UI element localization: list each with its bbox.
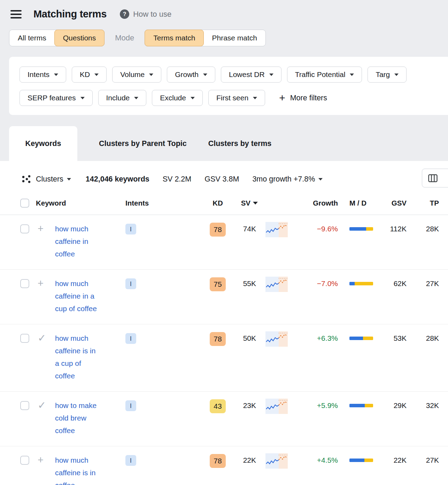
content-panel: Clusters 142,046 keywords SV 2.2M GSV 3.… <box>0 161 448 485</box>
chevron-down-icon <box>94 74 99 76</box>
tab-clusters-by-terms[interactable]: Clusters by terms <box>208 139 272 148</box>
added-check-icon[interactable]: ✓ <box>35 332 55 344</box>
col-header-kd[interactable]: KD <box>206 199 230 207</box>
tab-keywords[interactable]: Keywords <box>9 126 77 161</box>
keyword-link[interactable]: how much caffeine in a cup of coffee <box>55 277 101 315</box>
filters-panel: Intents KD Volume Growth Lowest DR Traff… <box>9 57 448 115</box>
filter-serp-features-label: SERP features <box>28 94 76 102</box>
keyword-link[interactable]: how to make cold brew coffee <box>55 399 101 437</box>
add-to-list-icon[interactable]: + <box>35 454 55 466</box>
row-checkbox[interactable] <box>20 224 29 233</box>
desktop-share-bar <box>365 404 373 407</box>
intent-badge[interactable]: I <box>125 455 136 466</box>
keyword-count: 142,046 keywords <box>86 175 149 184</box>
chevron-down-icon <box>394 74 399 76</box>
kd-badge: 75 <box>210 277 226 291</box>
growth-dropdown[interactable]: 3mo growth +7.8% <box>252 175 323 184</box>
intent-badge[interactable]: I <box>125 400 136 411</box>
filter-target[interactable]: Targ <box>368 67 407 83</box>
intent-badge[interactable]: I <box>125 224 136 234</box>
filter-serp-features[interactable]: SERP features <box>20 90 93 106</box>
row-checkbox[interactable] <box>20 334 29 343</box>
trend-sparkline <box>265 453 288 469</box>
filter-first-seen[interactable]: First seen <box>208 90 265 106</box>
gsv-total: GSV 3.8M <box>204 175 239 184</box>
chevron-down-icon <box>269 74 273 76</box>
filter-lowest-dr-label: Lowest DR <box>229 70 265 79</box>
mobile-share-bar <box>349 459 364 462</box>
page-header: Matching terms ? How to use <box>0 0 448 20</box>
intent-badge[interactable]: I <box>125 278 136 289</box>
col-header-sv[interactable]: SV <box>230 199 258 207</box>
col-header-growth[interactable]: Growth <box>293 199 340 207</box>
mobile-share-bar <box>349 404 365 407</box>
mobile-share-bar <box>349 227 366 231</box>
tab-all-terms[interactable]: All terms <box>9 30 55 46</box>
keyword-link[interactable]: how much caffeine is in coffee <box>55 454 101 485</box>
mobile-desktop-bar <box>349 282 373 285</box>
filter-exclude[interactable]: Exclude <box>152 90 203 106</box>
columns-button[interactable] <box>422 169 448 187</box>
how-to-use[interactable]: ? How to use <box>120 9 171 19</box>
col-header-md[interactable]: M / D <box>340 199 380 207</box>
chevron-down-icon <box>253 97 257 99</box>
col-header-intents[interactable]: Intents <box>125 199 206 207</box>
filter-intents[interactable]: Intents <box>20 67 66 83</box>
desktop-share-bar <box>355 282 373 285</box>
filter-kd[interactable]: KD <box>72 67 107 83</box>
more-filters-button[interactable]: + More filters <box>279 94 327 102</box>
table-header-row: Keyword Intents KD SV Growth M / D GSV T… <box>0 193 448 215</box>
kd-badge: 78 <box>210 223 226 237</box>
hamburger-menu-icon[interactable] <box>10 10 22 18</box>
row-checkbox[interactable] <box>20 279 29 288</box>
mobile-desktop-bar <box>349 459 373 462</box>
growth-value: +6.3% <box>293 332 340 345</box>
chevron-down-icon <box>318 178 323 180</box>
tab-phrase-match[interactable]: Phrase match <box>203 30 265 46</box>
intent-badge[interactable]: I <box>125 333 136 344</box>
tab-questions[interactable]: Questions <box>54 30 105 46</box>
col-header-gsv[interactable]: GSV <box>380 199 408 207</box>
help-icon[interactable]: ? <box>120 9 129 19</box>
filter-lowest-dr[interactable]: Lowest DR <box>221 67 281 83</box>
keyword-link[interactable]: how much caffeine in coffee <box>55 223 101 260</box>
sv-value: 23K <box>230 399 258 412</box>
filter-intents-label: Intents <box>28 70 49 79</box>
kd-badge: 78 <box>210 454 226 468</box>
tp-value: 28K <box>408 223 441 235</box>
mobile-share-bar <box>349 337 363 340</box>
mobile-desktop-bar <box>349 337 373 340</box>
filter-growth[interactable]: Growth <box>167 67 215 83</box>
growth-value: −7.0% <box>293 277 340 290</box>
sv-value: 22K <box>230 454 258 467</box>
how-to-use-label[interactable]: How to use <box>133 10 171 19</box>
tp-value: 27K <box>408 277 441 290</box>
row-checkbox[interactable] <box>20 456 29 465</box>
view-tabs: Keywords Clusters by Parent Topic Cluste… <box>0 126 448 161</box>
mode-label: Mode <box>115 33 134 43</box>
filter-traffic-potential[interactable]: Traffic Potential <box>287 67 362 83</box>
col-header-tp[interactable]: TP <box>408 199 441 207</box>
row-checkbox[interactable] <box>20 401 29 410</box>
filter-volume-label: Volume <box>120 70 145 79</box>
chevron-down-icon <box>134 97 138 99</box>
keyword-link[interactable]: how much caffeine is in a cup of coffee <box>55 332 101 382</box>
clusters-dropdown[interactable]: Clusters <box>36 175 71 184</box>
add-to-list-icon[interactable]: + <box>35 277 55 289</box>
filter-volume[interactable]: Volume <box>112 67 161 83</box>
filters-row-2: SERP features Include Exclude First seen… <box>20 90 448 106</box>
col-header-keyword[interactable]: Keyword <box>35 199 125 207</box>
tp-value: 32K <box>408 399 441 412</box>
growth-total-label: 3mo growth +7.8% <box>252 175 315 184</box>
gsv-value: 53K <box>380 332 408 345</box>
chevron-down-icon <box>80 97 85 99</box>
tab-clusters-by-parent-topic[interactable]: Clusters by Parent Topic <box>99 139 187 148</box>
tab-terms-match[interactable]: Terms match <box>145 30 204 46</box>
select-all-checkbox[interactable] <box>20 199 29 208</box>
filter-include[interactable]: Include <box>98 90 147 106</box>
desktop-share-bar <box>363 337 373 340</box>
table-row: ✓ how to make cold brew coffee I 43 23K … <box>0 392 448 446</box>
added-check-icon[interactable]: ✓ <box>35 399 55 411</box>
add-to-list-icon[interactable]: + <box>35 223 55 234</box>
gsv-value: 112K <box>380 223 408 235</box>
